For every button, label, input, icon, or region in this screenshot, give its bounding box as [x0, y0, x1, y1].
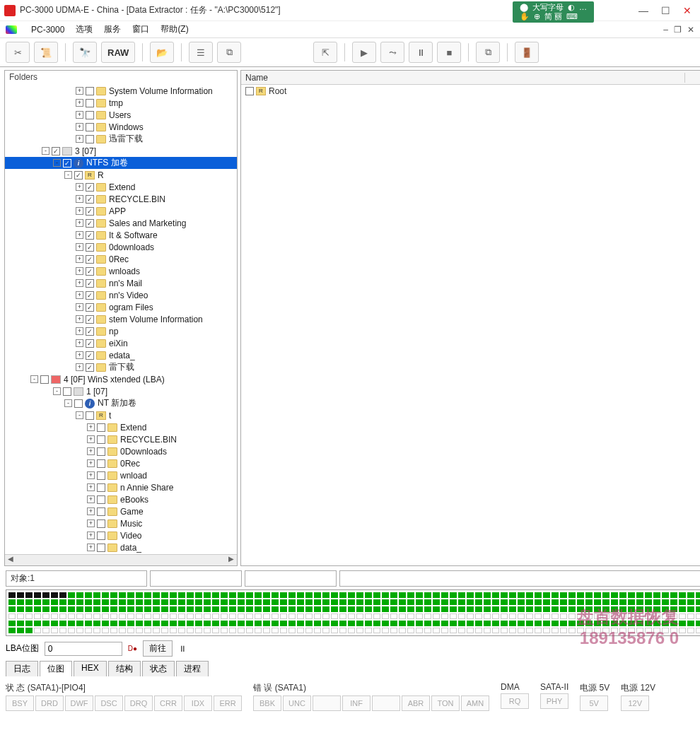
expander-icon[interactable]: + — [87, 544, 95, 551]
mdi-close-button[interactable]: ✕ — [687, 25, 694, 35]
tab-HEX[interactable]: HEX — [74, 661, 107, 676]
step-icon[interactable]: ⤳ — [380, 42, 404, 63]
menu-item[interactable]: 窗口 — [132, 23, 149, 35]
menu-item[interactable]: 服务 — [104, 23, 121, 35]
export-icon[interactable]: ⇱ — [313, 42, 337, 63]
expander-icon[interactable]: + — [76, 231, 83, 239]
checkbox[interactable] — [97, 447, 105, 456]
expander-icon[interactable]: - — [53, 159, 61, 167]
menu-item[interactable]: 帮助(Z) — [161, 23, 188, 35]
checkbox[interactable] — [97, 519, 105, 528]
tree-row[interactable]: +✓Sales and Marketing — [5, 217, 237, 229]
tab-状态[interactable]: 状态 — [142, 661, 175, 676]
checkbox[interactable]: ✓ — [74, 171, 83, 180]
minimize-button[interactable]: — — [638, 5, 648, 16]
tree-row[interactable]: +Extend — [5, 421, 237, 433]
tree-row[interactable]: +Video — [5, 529, 237, 541]
tree-row[interactable]: -iNT 新加卷 — [5, 397, 237, 409]
tree-row[interactable]: +✓RECYCLE.BIN — [5, 193, 237, 205]
expander-icon[interactable]: + — [76, 183, 83, 191]
expander-icon[interactable]: + — [76, 195, 83, 203]
tab-日志[interactable]: 日志 — [6, 661, 38, 676]
column-name[interactable]: Name — [241, 73, 685, 83]
column-start[interactable]: Start — [685, 73, 700, 83]
expander-icon[interactable]: + — [76, 363, 83, 371]
pause-icon[interactable]: ⏸ — [409, 42, 433, 63]
expander-icon[interactable]: + — [87, 483, 95, 491]
checkbox[interactable] — [97, 495, 105, 504]
expander-icon[interactable]: + — [76, 279, 83, 287]
checkbox[interactable] — [97, 531, 105, 540]
pause-icon[interactable]: ⏸ — [178, 644, 187, 654]
tree-row[interactable]: -✓3 [07] — [5, 145, 237, 157]
folder-tree[interactable]: +System Volume Information+tmp+Users+Win… — [5, 83, 237, 554]
tree-row[interactable]: +✓eiXin — [5, 337, 237, 349]
tree-row[interactable]: +Users — [5, 109, 237, 121]
expander-icon[interactable]: + — [76, 339, 83, 347]
expander-icon[interactable]: + — [76, 87, 83, 95]
checkbox[interactable]: ✓ — [86, 183, 94, 192]
list-alt-icon[interactable]: ⧉ — [217, 42, 241, 63]
expander-icon[interactable]: + — [76, 327, 83, 335]
goto-button[interactable]: 前往 — [143, 640, 173, 657]
folder-open-icon[interactable]: 📂 — [150, 42, 174, 63]
expander-icon[interactable]: + — [87, 435, 95, 443]
lba-input[interactable] — [45, 642, 122, 656]
expander-icon[interactable]: + — [87, 495, 95, 503]
checkbox[interactable]: ✓ — [86, 207, 94, 216]
checkbox[interactable]: ✓ — [52, 147, 60, 155]
tree-row[interactable]: +System Volume Information — [5, 85, 237, 97]
tree-row[interactable]: +data_ — [5, 541, 237, 553]
list-icon[interactable]: ☰ — [189, 42, 213, 63]
tree-row[interactable]: +✓ogram Files — [5, 301, 237, 313]
expander-icon[interactable]: + — [87, 447, 95, 455]
expander-icon[interactable]: + — [76, 99, 83, 107]
tab-结构[interactable]: 结构 — [108, 661, 141, 676]
checkbox[interactable]: ✓ — [86, 243, 94, 252]
expander-icon[interactable]: - — [53, 387, 61, 395]
expander-icon[interactable]: + — [87, 531, 95, 539]
checkbox[interactable] — [40, 375, 49, 384]
checkbox[interactable] — [97, 483, 105, 492]
checkbox[interactable]: ✓ — [86, 255, 94, 264]
exit-icon[interactable]: 🚪 — [515, 42, 539, 63]
tree-row[interactable]: -✓RR — [5, 169, 237, 181]
expander-icon[interactable]: + — [76, 135, 83, 143]
expander-icon[interactable]: + — [87, 507, 95, 515]
play-icon[interactable]: ▶ — [352, 42, 376, 63]
expander-icon[interactable]: + — [76, 111, 83, 119]
close-button[interactable]: ✕ — [683, 5, 692, 16]
tree-row[interactable]: +Windows — [5, 121, 237, 133]
raw-button[interactable]: RAW — [101, 42, 135, 63]
expander-icon[interactable]: + — [76, 267, 83, 275]
tree-row[interactable]: +0Rec — [5, 457, 237, 469]
tree-row[interactable]: +Game — [5, 505, 237, 517]
expander-icon[interactable]: + — [76, 207, 83, 215]
expander-icon[interactable]: - — [64, 399, 72, 407]
stop-icon[interactable]: ■ — [437, 42, 461, 63]
tree-row[interactable]: -✓iNTFS 加卷 — [5, 157, 237, 169]
tree-row[interactable]: +✓nn's Mail — [5, 277, 237, 289]
expander-icon[interactable]: + — [76, 291, 83, 299]
expander-icon[interactable]: + — [87, 423, 95, 431]
tools-icon[interactable]: ✂ — [6, 42, 30, 63]
expander-icon[interactable]: + — [76, 255, 83, 263]
copy-icon[interactable]: ⧉ — [476, 42, 500, 63]
expander-icon[interactable]: + — [76, 243, 83, 251]
tree-row[interactable]: +0Downloads — [5, 445, 237, 457]
tree-row[interactable]: +✓雷下载 — [5, 361, 237, 373]
tree-row[interactable]: +✓nn's Video — [5, 289, 237, 301]
tree-row[interactable]: +✓0downloads — [5, 241, 237, 253]
tree-row[interactable]: +✓edata_ — [5, 349, 237, 361]
checkbox[interactable] — [74, 399, 83, 408]
menu-app[interactable]: PC-3000 — [31, 25, 64, 35]
checkbox[interactable]: ✓ — [86, 279, 94, 288]
tree-row[interactable]: +✓wnloads — [5, 265, 237, 277]
expander-icon[interactable]: + — [76, 123, 83, 131]
checkbox[interactable] — [97, 435, 105, 444]
checkbox[interactable]: ✓ — [86, 303, 94, 312]
row-checkbox[interactable] — [245, 87, 254, 95]
expander-icon[interactable]: - — [42, 147, 49, 155]
list-row[interactable]: R Root 272 531 466 — [241, 85, 700, 98]
tree-row[interactable]: +RECYCLE.BIN — [5, 433, 237, 445]
